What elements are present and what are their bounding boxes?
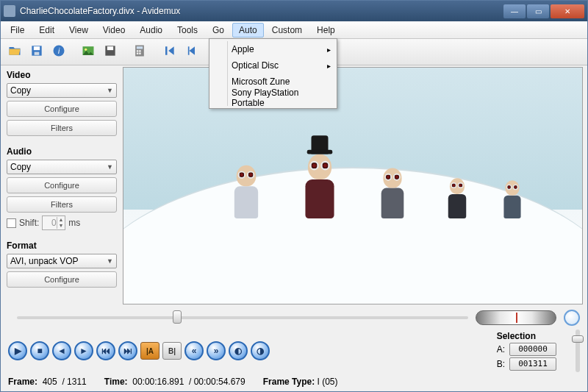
toolbar-save-button[interactable] bbox=[27, 43, 46, 62]
shift-checkbox[interactable] bbox=[7, 218, 16, 228]
prev-black-button[interactable]: ◐ bbox=[229, 341, 248, 360]
menu-auto[interactable]: Auto bbox=[232, 23, 264, 38]
menu-video[interactable]: Video bbox=[96, 23, 132, 38]
menu-tools[interactable]: Tools bbox=[171, 23, 204, 38]
audio-label: Audio bbox=[7, 146, 117, 157]
format-label: Format bbox=[7, 240, 117, 251]
preview-person bbox=[448, 179, 466, 219]
selection-b-value[interactable]: 001311 bbox=[509, 357, 556, 371]
menuitem-optical-disc[interactable]: Optical Disc▸ bbox=[211, 57, 335, 74]
frametype-label: Frame Type: bbox=[263, 377, 315, 387]
submenu-arrow-icon: ▸ bbox=[327, 62, 331, 70]
frametype-value: I (05) bbox=[318, 377, 338, 387]
svg-rect-8 bbox=[107, 46, 113, 50]
toolbar-picture-button[interactable] bbox=[79, 43, 98, 62]
lower-panel: ▶ ■ ◄ ► ⏮ ⏭ |A B| « » ◐ ◑ Selection A: 0… bbox=[1, 306, 587, 391]
app-window: CharlieChocolateFactory.divx - Avidemux … bbox=[0, 0, 588, 392]
audio-filters-button[interactable]: Filters bbox=[7, 196, 117, 213]
next-keyframe-button[interactable]: ⏭ bbox=[118, 341, 137, 360]
open-icon bbox=[7, 43, 22, 60]
close-button[interactable]: ✕ bbox=[551, 4, 584, 18]
toolbar-calculator-button[interactable] bbox=[130, 43, 149, 62]
mark-b-button[interactable]: B| bbox=[162, 342, 182, 360]
video-configure-button[interactable]: Configure bbox=[7, 101, 117, 117]
toolbar-save-image-button[interactable] bbox=[101, 43, 120, 62]
minimize-button[interactable]: ― bbox=[503, 4, 526, 18]
time-current: 00:00:16.891 bbox=[132, 377, 184, 387]
toolbar-open-button[interactable] bbox=[5, 43, 24, 62]
volume-slider[interactable] bbox=[576, 329, 580, 372]
toolbar-info-button[interactable]: i bbox=[49, 43, 68, 62]
jog-wheel[interactable] bbox=[476, 310, 556, 325]
preview-person bbox=[381, 168, 404, 218]
svg-rect-13 bbox=[137, 53, 139, 55]
window-buttons: ― ▭ ✕ bbox=[503, 4, 584, 18]
video-preview bbox=[123, 67, 583, 304]
app-icon bbox=[4, 5, 15, 17]
menuitem-apple[interactable]: Apple▸ bbox=[211, 41, 335, 57]
shift-spinner[interactable]: 0 ▲▼ bbox=[42, 215, 65, 230]
sidebar: Video Copy▼ Configure Filters Audio Copy… bbox=[1, 65, 123, 306]
shift-value: 0 bbox=[51, 218, 57, 228]
auto-menu-dropdown: Apple▸Optical Disc▸Microsoft ZuneSony Pl… bbox=[209, 38, 337, 109]
frame-label: Frame: bbox=[8, 377, 37, 387]
menu-help[interactable]: Help bbox=[310, 23, 342, 38]
status-row: Frame: 405 / 1311 Time: 00:00:16.891 / 0… bbox=[8, 375, 580, 387]
video-label: Video bbox=[7, 70, 117, 80]
volume-slider-knob[interactable] bbox=[572, 335, 584, 343]
play-button[interactable]: ▶ bbox=[8, 341, 27, 360]
submenu-arrow-icon: ▸ bbox=[327, 46, 331, 54]
maximize-button[interactable]: ▭ bbox=[527, 4, 549, 18]
seek-knob[interactable] bbox=[173, 310, 182, 324]
prev-frame-button[interactable]: ◄ bbox=[52, 341, 71, 360]
selection-a-label: A: bbox=[497, 344, 505, 354]
format-configure-button[interactable]: Configure bbox=[7, 271, 117, 288]
format-value: AVI, unpack VOP bbox=[10, 256, 79, 266]
menuitem-sony-playstation-portable[interactable]: Sony PlayStation Portable bbox=[211, 90, 335, 106]
save-icon bbox=[29, 43, 44, 60]
selection-label: Selection bbox=[497, 331, 536, 341]
selection-panel: Selection A: 000000 B: 001311 bbox=[497, 331, 556, 371]
audio-codec-select[interactable]: Copy▼ bbox=[7, 160, 117, 174]
selection-a-value[interactable]: 000000 bbox=[509, 343, 556, 356]
menu-file[interactable]: File bbox=[4, 23, 31, 38]
picture-icon bbox=[81, 43, 96, 60]
next-frame-button[interactable]: ► bbox=[74, 341, 93, 360]
mark-a-button[interactable]: |A bbox=[140, 342, 159, 360]
video-filters-button[interactable]: Filters bbox=[7, 120, 117, 136]
time-label: Time: bbox=[104, 377, 128, 387]
svg-rect-2 bbox=[35, 52, 40, 55]
prev-icon bbox=[184, 43, 198, 60]
svg-rect-1 bbox=[34, 46, 40, 50]
svg-rect-14 bbox=[139, 53, 141, 55]
video-codec-select[interactable]: Copy▼ bbox=[7, 83, 117, 98]
format-select[interactable]: AVI, unpack VOP▼ bbox=[7, 254, 117, 268]
menu-go[interactable]: Go bbox=[206, 23, 231, 38]
toolbar-first-button[interactable] bbox=[159, 43, 179, 62]
goto-a-button[interactable]: « bbox=[184, 341, 204, 360]
frame-total: / 1311 bbox=[62, 377, 86, 387]
save-image-icon bbox=[103, 43, 118, 60]
prev-keyframe-button[interactable]: ⏮ bbox=[96, 341, 115, 360]
seek-slider[interactable] bbox=[17, 316, 468, 319]
first-icon bbox=[162, 43, 176, 60]
goto-b-button[interactable]: » bbox=[207, 341, 226, 360]
menu-audio[interactable]: Audio bbox=[133, 23, 169, 38]
toolbar-prev-button[interactable] bbox=[182, 43, 201, 62]
frame-current: 405 bbox=[43, 377, 57, 387]
video-codec-value: Copy bbox=[10, 85, 31, 96]
calculator-icon bbox=[132, 43, 147, 60]
audio-configure-button[interactable]: Configure bbox=[7, 177, 117, 193]
menu-view[interactable]: View bbox=[62, 23, 95, 38]
shift-label: Shift: bbox=[19, 218, 39, 228]
volume-knob[interactable] bbox=[564, 310, 580, 326]
window-title: CharlieChocolateFactory.divx - Avidemux bbox=[20, 6, 503, 16]
menu-custom[interactable]: Custom bbox=[265, 23, 309, 38]
stop-button[interactable]: ■ bbox=[30, 341, 49, 360]
next-black-button[interactable]: ◑ bbox=[251, 341, 270, 360]
preview-person bbox=[234, 165, 258, 218]
seek-row bbox=[8, 309, 580, 327]
menu-edit[interactable]: Edit bbox=[32, 23, 61, 38]
title-bar[interactable]: CharlieChocolateFactory.divx - Avidemux … bbox=[1, 1, 587, 21]
svg-rect-11 bbox=[137, 50, 139, 52]
